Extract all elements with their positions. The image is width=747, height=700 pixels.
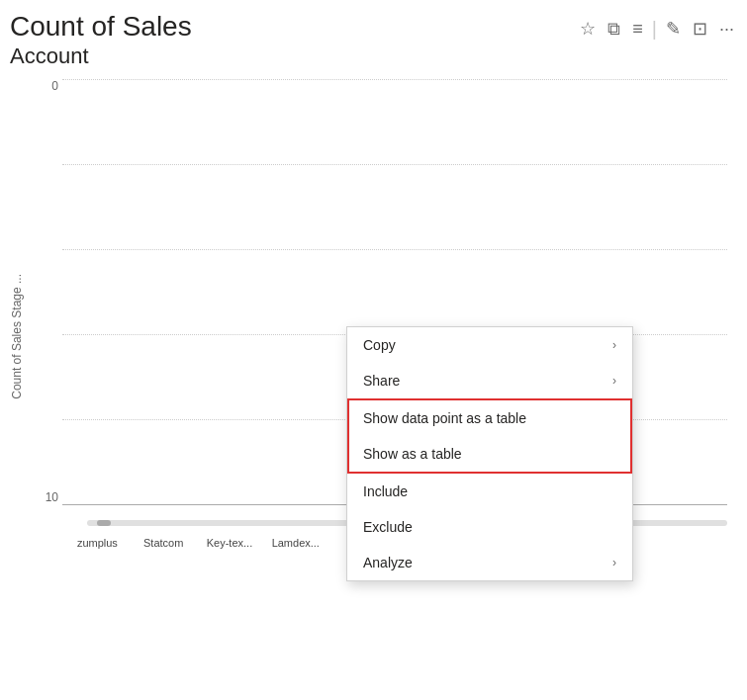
- menu-item-show-data-point[interactable]: Show data point as a table: [349, 400, 630, 436]
- highlighted-group: Show data point as a table Show as a tab…: [347, 398, 632, 474]
- more-icon[interactable]: ···: [716, 17, 737, 42]
- menu-item-copy-label: Copy: [363, 337, 396, 353]
- context-menu: Copy › Share › Show data point as a tabl…: [346, 326, 633, 581]
- menu-item-share[interactable]: Share ›: [347, 363, 632, 398]
- y-axis-ticks: 10 0: [28, 79, 62, 504]
- scrollbar-thumb[interactable]: [97, 520, 111, 526]
- x-label-3: Lamdex...: [265, 537, 326, 549]
- menu-item-exclude-label: Exclude: [363, 519, 413, 535]
- menu-item-exclude[interactable]: Exclude: [347, 509, 632, 545]
- y-tick-5: 0: [28, 79, 62, 93]
- menu-item-analyze[interactable]: Analyze ›: [347, 545, 632, 580]
- copy-icon[interactable]: ⧉: [605, 17, 623, 42]
- menu-item-copy[interactable]: Copy ›: [347, 327, 632, 363]
- menu-item-share-label: Share: [363, 373, 400, 389]
- toolbar-icons: ☆ ⧉ ≡ | ✎ ⊡ ···: [577, 16, 737, 42]
- chart-subtitle: Account: [10, 44, 192, 69]
- x-label-2: Key-tex...: [200, 537, 260, 549]
- star-icon[interactable]: ☆: [577, 16, 599, 42]
- y-tick-0: 10: [28, 490, 62, 504]
- chevron-icon-copy: ›: [612, 338, 616, 352]
- menu-item-show-data-point-label: Show data point as a table: [363, 410, 526, 426]
- x-label-0: zumplus: [67, 537, 128, 549]
- separator: |: [652, 18, 657, 41]
- menu-item-analyze-label: Analyze: [363, 555, 413, 570]
- chevron-icon-share: ›: [612, 374, 616, 388]
- x-label-9: [662, 537, 722, 549]
- menu-item-show-as-table[interactable]: Show as a table: [349, 436, 630, 472]
- chart-container: Count of Sales Account ☆ ⧉ ≡ | ✎ ⊡ ··· C…: [0, 0, 747, 700]
- expand-icon[interactable]: ⊡: [690, 16, 710, 42]
- chart-title: Count of Sales: [10, 10, 192, 44]
- menu-item-include-label: Include: [363, 483, 408, 499]
- edit-icon[interactable]: ✎: [663, 16, 684, 42]
- x-label-1: Statcom: [134, 537, 194, 549]
- chevron-icon-analyze: ›: [612, 556, 616, 569]
- menu-item-show-as-table-label: Show as a table: [363, 446, 462, 462]
- menu-item-include[interactable]: Include: [347, 474, 632, 509]
- y-axis-label: Count of Sales Stage ...: [10, 234, 24, 399]
- chart-title-block: Count of Sales Account: [10, 10, 192, 69]
- filter-icon[interactable]: ≡: [629, 17, 646, 42]
- chart-header: Count of Sales Account ☆ ⧉ ≡ | ✎ ⊡ ···: [10, 10, 737, 69]
